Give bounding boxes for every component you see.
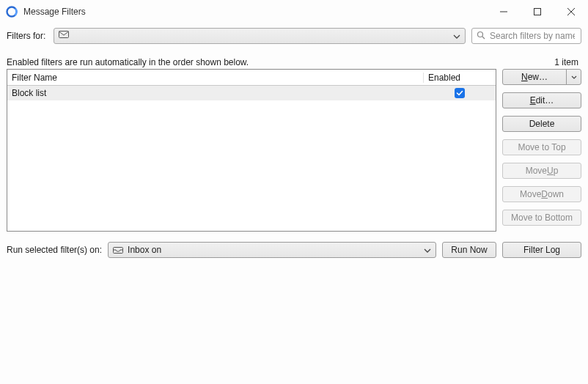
delete-button[interactable]: Delete [502,116,581,132]
edit-button[interactable]: Edit… [502,92,581,108]
folder-select[interactable]: Inbox on [108,242,436,258]
close-button[interactable] [554,0,588,23]
description-row: Enabled filters are run automatically in… [7,57,581,67]
app-icon [6,6,18,18]
column-header-name[interactable]: Filter Name [7,73,424,83]
enabled-checkbox[interactable] [455,88,465,98]
search-field[interactable] [471,28,581,44]
inbox-icon [113,245,123,256]
filters-for-row: Filters for: [7,28,581,44]
filter-name-cell: Block list [7,88,424,98]
svg-point-7 [478,32,483,37]
description-text: Enabled filters are run automatically in… [7,57,554,67]
run-row: Run selected filter(s) on: Inbox on Run … [7,242,581,258]
move-to-top-button[interactable]: Move to Top [502,139,581,155]
minimize-button[interactable] [487,0,521,23]
new-button-label: New… [521,72,548,82]
main-row: Filter Name Enabled Block list New… [7,69,581,232]
move-to-bottom-button[interactable]: Move to Bottom [502,210,581,226]
chevron-down-icon [453,31,460,41]
run-on-label: Run selected filter(s) on: [7,245,102,255]
folder-select-value: Inbox on [128,245,161,255]
svg-line-8 [482,37,485,39]
filter-log-button[interactable]: Filter Log [502,242,581,258]
chevron-down-icon [424,245,431,255]
filter-enabled-cell [424,88,496,98]
column-header-enabled[interactable]: Enabled [424,73,496,83]
search-icon [477,31,485,42]
move-up-button[interactable]: Move Up [502,163,581,179]
side-button-column: New… Edit… Delete Move to Top Move Up Mo… [502,69,581,232]
item-count: 1 item [554,57,581,67]
table-header: Filter Name Enabled [7,70,496,86]
table-row[interactable]: Block list [7,86,496,100]
window-title: Message Filters [23,7,487,17]
window-controls [487,0,588,23]
svg-rect-6 [59,32,69,38]
new-button[interactable]: New… [502,69,581,85]
account-select[interactable] [54,28,466,44]
run-now-button[interactable]: Run Now [442,242,496,258]
svg-rect-3 [534,9,541,15]
search-input[interactable] [488,30,576,42]
new-button-dropdown[interactable] [566,70,581,84]
mail-icon [59,31,69,41]
filters-table: Filter Name Enabled Block list [7,69,496,232]
title-bar: Message Filters [0,0,588,23]
maximize-button[interactable] [521,0,554,23]
move-down-button[interactable]: Move Down [502,186,581,202]
table-body: Block list [7,86,496,231]
filters-for-label: Filters for: [7,31,48,41]
